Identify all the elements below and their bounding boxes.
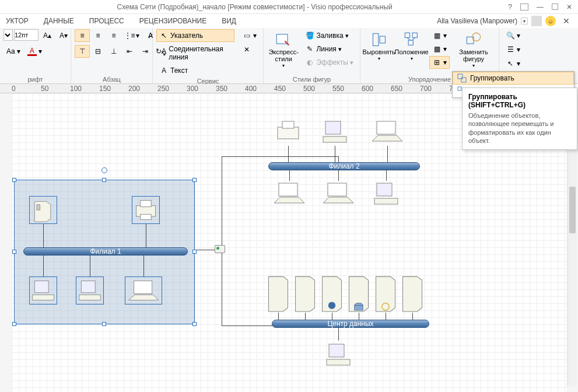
account-name[interactable]: Alla Vasilieva (Manpower): [437, 17, 517, 25]
svg-rect-23: [377, 121, 395, 134]
laptop1-shape[interactable]: [125, 276, 162, 304]
svg-rect-26: [377, 183, 392, 196]
bring-front-button[interactable]: ▦▾: [429, 29, 450, 42]
group-label-paragraph: Абзац: [75, 75, 149, 83]
pc1-shape[interactable]: [29, 276, 57, 304]
rectangle-tool-button[interactable]: ▭▾: [239, 29, 260, 42]
branch1-bar[interactable]: Филиал 1: [23, 247, 188, 256]
svg-rect-13: [141, 214, 151, 219]
datacenter-bar[interactable]: Центр данных: [272, 320, 429, 328]
restore-icon[interactable]: [552, 4, 558, 10]
tab-constructor[interactable]: УКТОР: [2, 15, 32, 27]
dc-server-3[interactable]: [320, 274, 344, 313]
pc4-shape[interactable]: [372, 180, 400, 208]
group-label-font: рифт: [3, 75, 67, 83]
pc2-shape[interactable]: [76, 276, 104, 304]
line-button[interactable]: ✎Линия▾: [302, 43, 356, 55]
align-center-button[interactable]: ≡: [90, 29, 106, 42]
laptop3-shape[interactable]: [272, 180, 307, 208]
indent-increase-button[interactable]: ⇥: [138, 45, 153, 58]
svg-rect-10: [37, 205, 40, 210]
dc-server-6[interactable]: [400, 274, 425, 313]
change-case-button[interactable]: Aa▾: [3, 45, 23, 58]
printer2-shape[interactable]: [274, 118, 302, 146]
scrollbar-thumb[interactable]: [569, 187, 576, 233]
svg-rect-2: [380, 36, 385, 43]
svg-rect-15: [33, 295, 54, 300]
font-size-input[interactable]: [14, 29, 38, 41]
bullets-button[interactable]: ⋮≡▾: [122, 29, 142, 42]
svg-rect-18: [134, 281, 152, 294]
pointer-tool-button[interactable]: ↖Указатель: [156, 29, 234, 42]
increase-font-button[interactable]: A▴: [40, 29, 55, 42]
indent-decrease-button[interactable]: ⇤: [122, 45, 137, 58]
svg-line-6: [407, 38, 410, 41]
dc-server-1[interactable]: [266, 274, 290, 313]
svg-rect-20: [282, 121, 294, 128]
minimize-icon[interactable]: —: [534, 2, 546, 12]
align-bottom-button[interactable]: ⊥: [106, 45, 121, 58]
tooltip-body: Объединение объектов, позволяющее переме…: [468, 111, 571, 145]
printer-shape[interactable]: [132, 196, 160, 224]
connection-point-button[interactable]: ✕: [239, 43, 260, 56]
layers-button[interactable]: ☰▾: [503, 43, 523, 56]
group-item-label: Группировать: [470, 74, 514, 82]
align-left-button[interactable]: ≡: [75, 29, 90, 42]
select-button[interactable]: ↖▾: [503, 57, 523, 70]
svg-rect-24: [279, 183, 297, 196]
pc3-shape[interactable]: [321, 118, 349, 146]
position-button[interactable]: Положение▾: [396, 29, 427, 64]
laptop4-shape[interactable]: [321, 180, 356, 208]
svg-rect-34: [458, 74, 463, 79]
express-styles-button[interactable]: Экспресс-стили▾: [267, 29, 300, 71]
font-family-select[interactable]: [3, 29, 13, 41]
svg-rect-1: [373, 34, 378, 46]
avatar[interactable]: [531, 16, 542, 26]
window-options-icon[interactable]: [520, 4, 528, 10]
tab-view[interactable]: ВИД: [218, 15, 240, 27]
svg-rect-4: [412, 33, 417, 37]
svg-rect-30: [355, 306, 363, 310]
align-top-button[interactable]: ⊤: [75, 45, 90, 58]
hub-shape[interactable]: [215, 245, 225, 253]
group-label-shapestyles: Стили фигур: [267, 75, 356, 83]
svg-rect-32: [329, 344, 344, 357]
help-icon[interactable]: ?: [506, 2, 514, 12]
svg-rect-12: [141, 201, 151, 207]
svg-rect-14: [34, 281, 48, 293]
tab-process[interactable]: ПРОЦЕСС: [86, 15, 128, 27]
account-dropdown-icon[interactable]: ▾: [521, 18, 528, 24]
feedback-icon[interactable]: ☺: [545, 16, 556, 26]
find-button[interactable]: 🔍▾: [503, 29, 523, 42]
font-color-button[interactable]: A▾: [24, 45, 45, 58]
dc-server-2[interactable]: [293, 274, 317, 313]
fill-button[interactable]: 🪣Заливка▾: [302, 29, 356, 42]
svg-rect-5: [408, 40, 413, 45]
connector-tool-button[interactable]: ↘Соединительная линия: [156, 43, 234, 63]
svg-rect-21: [325, 121, 341, 134]
group-menu-button[interactable]: ⊞▾: [429, 56, 450, 69]
replace-shape-button[interactable]: Заменить фигуру▾: [452, 29, 495, 71]
tab-review[interactable]: РЕЦЕНЗИРОВАНИЕ: [136, 15, 210, 27]
close-document-icon[interactable]: ✕: [559, 15, 573, 27]
close-icon[interactable]: ✕: [564, 2, 575, 12]
align-button[interactable]: Выровнять▾: [364, 29, 394, 64]
dc-server-4[interactable]: [346, 274, 371, 313]
svg-line-7: [412, 38, 415, 41]
align-middle-button[interactable]: ⊟: [90, 45, 106, 58]
svg-rect-36: [458, 87, 461, 90]
dc-server-5[interactable]: [373, 274, 398, 313]
laptop2-shape[interactable]: [370, 118, 405, 146]
decrease-font-button[interactable]: A▾: [56, 29, 71, 42]
align-right-button[interactable]: ≡: [106, 29, 121, 42]
send-back-button[interactable]: ▩▾: [429, 43, 450, 55]
effects-button[interactable]: ◐Эффекты▾: [302, 56, 356, 69]
title-bar: Схема Сети (Подробная)_начало [Режим сов…: [0, 0, 578, 14]
server-shape[interactable]: [29, 196, 57, 224]
svg-rect-3: [405, 33, 409, 37]
branch2-bar[interactable]: Филиал 2: [268, 162, 420, 170]
group-item[interactable]: Группировать: [453, 72, 574, 85]
text-tool-button[interactable]: AТекст: [156, 64, 234, 77]
dc-pc-shape[interactable]: [324, 341, 352, 369]
tab-data[interactable]: ДАННЫЕ: [40, 15, 78, 27]
